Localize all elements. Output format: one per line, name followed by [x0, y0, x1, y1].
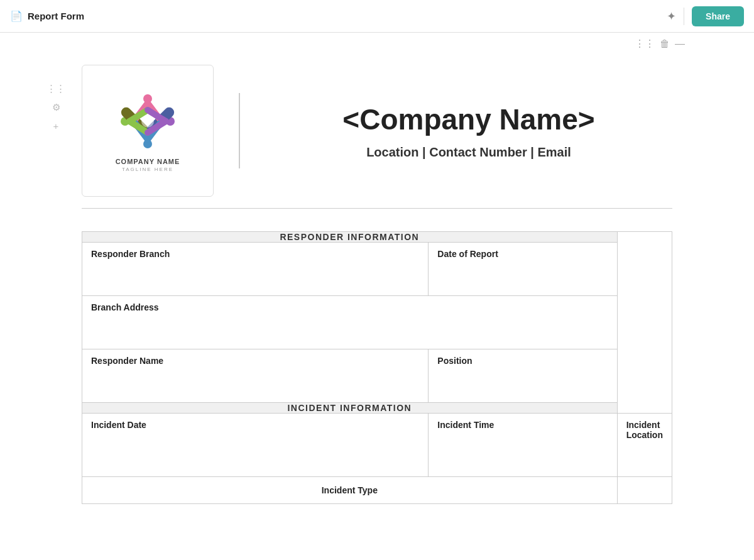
- topbar: 📄 Report Form ✦ Share: [0, 0, 754, 33]
- logo-box: COMPANY NAME TAGLINE HERE: [82, 65, 214, 197]
- branch-address-row: Branch Address: [82, 296, 672, 349]
- tag-icon[interactable]: ✦: [667, 9, 676, 23]
- svg-point-14: [141, 115, 154, 128]
- responder-branch-label: Responder Branch: [82, 243, 428, 264]
- incident-date-cell: Incident Date: [82, 414, 429, 477]
- incident-section-header-row: INCIDENT INFORMATION: [82, 403, 672, 414]
- incident-location-label: Incident Location: [618, 414, 672, 445]
- date-of-report-label: Date of Report: [429, 243, 616, 264]
- logo-tagline: TAGLINE HERE: [122, 167, 173, 172]
- responder-section-header: RESPONDER INFORMATION: [82, 232, 618, 243]
- responder-name-value: [82, 371, 428, 402]
- topbar-right: ✦ Share: [667, 6, 744, 26]
- document-icon: 📄: [10, 10, 23, 22]
- position-value: [429, 371, 616, 402]
- logo-company-name: COMPANY NAME: [116, 158, 180, 165]
- position-cell: Position: [429, 349, 617, 403]
- responder-name-row: Responder Name Position: [82, 349, 672, 403]
- company-name-heading: <Company Name>: [342, 102, 594, 136]
- incident-type-cell: Incident Type: [82, 477, 618, 504]
- incident-time-cell: Incident Time: [429, 414, 617, 477]
- responder-branch-cell: Responder Branch: [82, 243, 429, 296]
- date-of-report-value: [429, 264, 616, 295]
- add-icon[interactable]: +: [53, 121, 59, 131]
- incident-date-label: Incident Date: [82, 414, 428, 435]
- header-divider: [239, 93, 240, 168]
- incident-time-label: Incident Time: [429, 414, 616, 435]
- responder-branch-row: Responder Branch Date of Report: [82, 243, 672, 296]
- incident-section-header: INCIDENT INFORMATION: [82, 403, 618, 414]
- header-text: <Company Name> Location | Contact Number…: [265, 102, 672, 160]
- settings-icon[interactable]: ⚙: [52, 102, 60, 113]
- grid-icon[interactable]: ⋮⋮: [635, 38, 655, 50]
- header-section: COMPANY NAME TAGLINE HERE <Company Name>…: [82, 52, 672, 209]
- responder-name-label: Responder Name: [82, 349, 428, 371]
- responder-name-cell: Responder Name: [82, 349, 429, 403]
- block-toolbar-top: ⋮⋮ 🗑 —: [69, 33, 685, 52]
- doc-body: ⋮⋮ ⚙ +: [69, 52, 685, 504]
- branch-address-value: [82, 317, 617, 349]
- company-subtitle: Location | Contact Number | Email: [366, 145, 571, 160]
- sidebar-icons: ⋮⋮ ⚙ +: [46, 83, 65, 131]
- main-content: ⋮⋮ 🗑 — ⋮⋮ ⚙ +: [0, 33, 754, 560]
- branch-address-label: Branch Address: [82, 296, 617, 317]
- logo-graphic: [116, 90, 179, 153]
- incident-location-value: [618, 445, 672, 476]
- block-area: ⋮⋮ 🗑 — ⋮⋮ ⚙ +: [69, 33, 685, 504]
- branch-address-cell: Branch Address: [82, 296, 618, 349]
- incident-date-row: Incident Date Incident Time Incident Loc…: [82, 414, 672, 477]
- position-label: Position: [429, 349, 616, 371]
- incident-type-label: Incident Type: [313, 479, 386, 500]
- report-table: RESPONDER INFORMATION Responder Branch D…: [82, 231, 672, 504]
- section-gap: [82, 209, 672, 231]
- incident-location-cell: Incident Location: [617, 414, 672, 477]
- dash-icon: —: [675, 38, 685, 50]
- incident-date-value: [82, 435, 428, 466]
- page-title: Report Form: [28, 11, 84, 21]
- responder-branch-value: [82, 264, 428, 295]
- incident-time-value: [429, 435, 616, 466]
- drag-handle-icon[interactable]: ⋮⋮: [46, 83, 65, 94]
- date-of-report-cell: Date of Report: [429, 243, 617, 296]
- topbar-divider: [684, 8, 684, 25]
- topbar-left: 📄 Report Form: [10, 10, 84, 22]
- trash-icon[interactable]: 🗑: [660, 38, 670, 50]
- share-button[interactable]: Share: [692, 6, 744, 26]
- responder-section-header-row: RESPONDER INFORMATION: [82, 232, 672, 243]
- incident-type-row: Incident Type: [82, 477, 672, 504]
